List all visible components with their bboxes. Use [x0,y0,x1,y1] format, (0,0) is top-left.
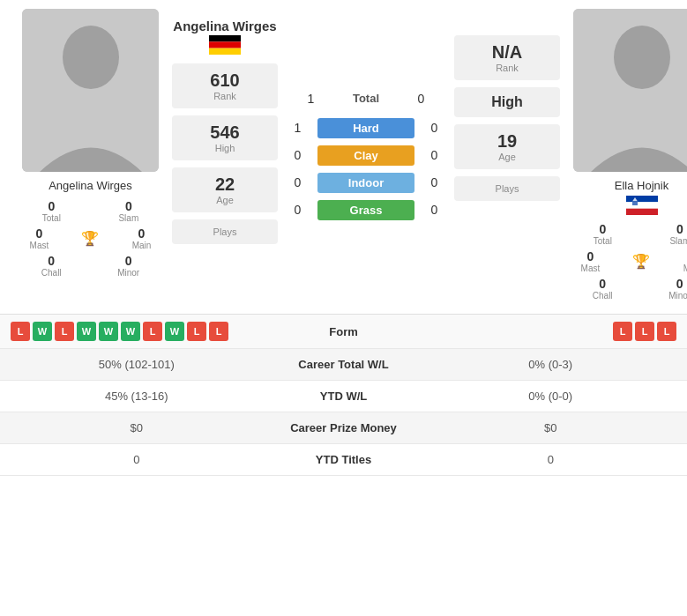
form-badge-w: W [99,322,118,341]
comparison-section: Angelina Wirges 0 Total 0 Slam 0 Mast [0,0,687,309]
player1-career-wl: 50% (102-101) [18,358,256,371]
form-badge-l: L [11,322,30,341]
player1-avatar [22,9,159,172]
player1-form-badges: LWLWWWLWLL [11,322,282,341]
player1-stats-row2: 0 Mast 🏆 0 Main [13,226,168,250]
player1-minor: 0 Minor [117,254,139,278]
player1-rank-value: 610 [186,71,264,91]
grass-left: 0 [287,203,309,217]
player1-stats-row3: 0 Chall 0 Minor [13,254,168,278]
player1-rank-label: Rank [186,91,264,101]
player2-slam: 0 Slam [669,222,687,246]
form-badge-l: L [657,322,676,341]
hard-right: 0 [423,121,445,135]
player1-ytd-wl: 45% (13-16) [18,390,256,403]
player1-flag [209,35,241,55]
svg-rect-13 [632,201,638,205]
svg-rect-9 [626,196,658,202]
ytd-titles-label: YTD Titles [256,453,432,466]
ytd-wl-row: 45% (13-16) YTD W/L 0% (0-0) [0,381,687,412]
hard-badge: Hard [317,118,414,138]
player2-stats: 0 Total 0 Slam 0 Mast 🏆 [560,222,687,301]
svg-rect-5 [209,48,241,54]
player1-age-label: Age [186,195,264,205]
player1-center-name: Angelina Wirges [173,18,276,35]
player2-age-box: 19 Age [454,124,560,169]
player2-high-value: High [468,94,546,110]
form-badge-w: W [77,322,96,341]
player2-high-box: High [454,87,560,117]
total-row: 1 Total 0 [300,92,432,106]
player1-name: Angelina Wirges [49,179,132,192]
player2-mast: 0 Mast [581,249,601,273]
player2-flag [626,196,658,215]
player1-plays-label: Plays [186,226,264,237]
player2-stats-row2: 0 Mast 🏆 0 Main [564,249,687,273]
player1-plays-box: Plays [172,219,278,244]
player1-prize: $0 [18,421,256,434]
form-badge-l: L [635,322,654,341]
player2-prize: $0 [432,421,670,434]
svg-rect-10 [626,202,658,208]
player1-ytd-titles: 0 [18,453,256,466]
form-badge-l: L [55,322,74,341]
svg-rect-3 [209,35,241,41]
form-badge-l: L [613,322,632,341]
form-badge-w: W [33,322,52,341]
career-prize-row: $0 Career Prize Money $0 [0,412,687,444]
ytd-titles-row: 0 YTD Titles 0 [0,444,687,476]
grass-badge: Grass [317,200,414,220]
player2-right-stats: N/A Rank High 19 Age Plays [454,9,560,301]
player2-name: Ella Hojnik [615,179,668,192]
total-left: 1 [300,92,322,106]
player2-trophy-icon: 🏆 [632,253,650,270]
svg-rect-11 [626,209,658,215]
player2-stats-row1: 0 Total 0 Slam [564,222,687,246]
clay-badge: Clay [317,145,414,166]
svg-point-1 [63,26,119,89]
career-prize-label: Career Prize Money [256,421,432,434]
player1-total: 0 Total [42,199,61,223]
player2-chall: 0 Chall [593,277,613,301]
form-row: LWLWWWLWLL Form LLL [0,315,687,349]
form-badge-l: L [143,322,162,341]
indoor-row: 0 Indoor 0 [287,173,445,193]
ytd-wl-label: YTD W/L [256,390,432,403]
player1-center-info: Angelina Wirges 610 Rank 546 High 22 Age [172,9,278,301]
svg-rect-4 [209,41,241,48]
player2-rank-box: N/A Rank [454,35,560,80]
career-wl-row: 50% (102-101) Career Total W/L 0% (0-3) [0,349,687,381]
player1-high-label: High [186,143,264,153]
middle-stats: 1 Total 0 1 Hard 0 0 Clay 0 0 Indoor 0 0 [278,9,454,301]
player1-trophy-icon: 🏆 [81,230,99,247]
player1-rank-box: 610 Rank [172,63,278,108]
main-container: Angelina Wirges 0 Total 0 Slam 0 Mast [0,0,687,476]
clay-left: 0 [287,148,309,162]
player1-stats-row1: 0 Total 0 Slam [13,199,168,223]
form-badge-l: L [209,322,228,341]
player2-ytd-titles: 0 [432,453,670,466]
clay-row: 0 Clay 0 [287,145,445,166]
player2-rank-label: Rank [468,63,546,73]
career-wl-label: Career Total W/L [256,358,432,371]
player2-form-badges: LLL [406,322,677,341]
player2-total: 0 Total [594,222,612,246]
player1-mast: 0 Mast [30,226,49,250]
player2-plays-box: Plays [454,176,560,201]
player1-age-box: 22 Age [172,167,278,212]
hard-row: 1 Hard 0 [287,118,445,138]
player2-stats-row3: 0 Chall 0 Minor [564,277,687,301]
player2-age-value: 19 [468,131,546,152]
form-label: Form [282,325,406,338]
total-right: 0 [410,92,432,106]
player1-high-value: 546 [186,122,264,143]
stats-table: LWLWWWLWLL Form LLL 50% (102-101) Career… [0,314,687,476]
player2-plays-label: Plays [468,183,546,194]
total-label: Total [331,92,401,105]
grass-right: 0 [423,203,445,217]
player1-main: 0 Main [132,226,152,250]
player1-card: Angelina Wirges 0 Total 0 Slam 0 Mast [9,9,172,301]
player1-high-box: 546 High [172,115,278,160]
player1-stats: 0 Total 0 Slam 0 Mast 🏆 [9,199,172,278]
form-badge-l: L [187,322,206,341]
